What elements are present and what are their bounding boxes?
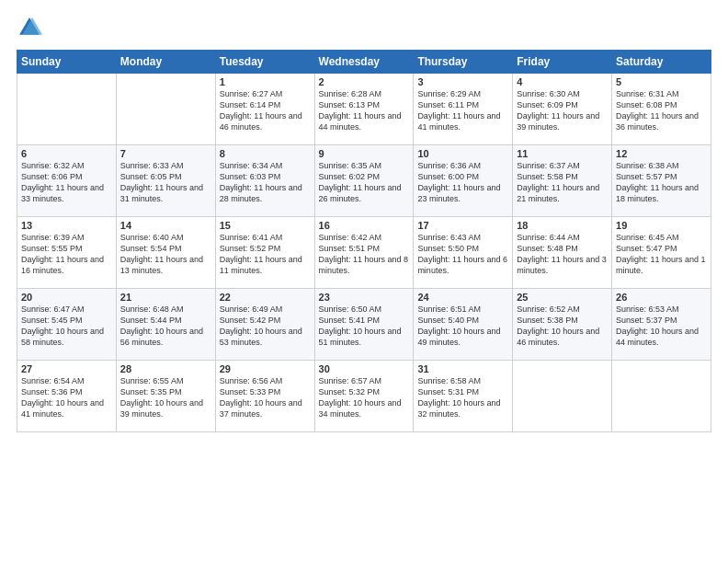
calendar-cell [513,361,612,432]
day-number: 14 [120,220,211,231]
sunrise-label: Sunrise: 6:43 AM [417,233,481,242]
sunset-label: Sunset: 5:57 PM [616,172,677,181]
daylight-label: Daylight: 10 hours and 46 minutes. [517,327,599,347]
calendar-cell: 20 Sunrise: 6:47 AM Sunset: 5:45 PM Dayl… [17,289,117,361]
calendar-table: SundayMondayTuesdayWednesdayThursdayFrid… [17,50,711,432]
day-number: 10 [417,148,508,159]
calendar-cell: 16 Sunrise: 6:42 AM Sunset: 5:51 PM Dayl… [314,217,414,289]
day-info: Sunrise: 6:36 AM Sunset: 6:00 PM Dayligh… [417,160,508,205]
calendar-cell [116,74,215,145]
sunset-label: Sunset: 5:44 PM [120,316,182,325]
day-info: Sunrise: 6:42 AM Sunset: 5:51 PM Dayligh… [319,232,410,277]
calendar-cell: 18 Sunrise: 6:44 AM Sunset: 5:48 PM Dayl… [513,217,612,289]
day-number: 11 [517,148,608,159]
sunrise-label: Sunrise: 6:39 AM [21,233,85,242]
sunset-label: Sunset: 6:11 PM [417,100,479,109]
sunset-label: Sunset: 5:45 PM [21,316,83,325]
weekday-header: Saturday [612,51,711,74]
sunset-label: Sunset: 6:00 PM [417,172,479,181]
daylight-label: Daylight: 11 hours and 1 minute. [616,255,706,275]
day-info: Sunrise: 6:49 AM Sunset: 5:42 PM Dayligh… [220,304,311,349]
daylight-label: Daylight: 10 hours and 51 minutes. [319,327,402,347]
day-info: Sunrise: 6:45 AM Sunset: 5:47 PM Dayligh… [616,232,707,277]
sunset-label: Sunset: 6:09 PM [517,100,578,109]
sunrise-label: Sunrise: 6:57 AM [319,376,382,385]
calendar-cell: 24 Sunrise: 6:51 AM Sunset: 5:40 PM Dayl… [414,289,513,361]
sunset-label: Sunset: 5:47 PM [616,244,677,253]
sunset-label: Sunset: 6:13 PM [319,100,381,109]
day-number: 25 [517,292,608,303]
calendar-cell: 3 Sunrise: 6:29 AM Sunset: 6:11 PM Dayli… [414,74,513,145]
day-info: Sunrise: 6:31 AM Sunset: 6:08 PM Dayligh… [616,88,707,133]
day-number: 3 [417,76,508,87]
daylight-label: Daylight: 11 hours and 6 minutes. [417,255,507,275]
calendar-cell: 28 Sunrise: 6:55 AM Sunset: 5:35 PM Dayl… [116,361,215,432]
day-number: 18 [517,220,608,231]
calendar-cell: 5 Sunrise: 6:31 AM Sunset: 6:08 PM Dayli… [612,74,711,145]
day-info: Sunrise: 6:38 AM Sunset: 5:57 PM Dayligh… [616,160,707,205]
calendar-cell: 26 Sunrise: 6:53 AM Sunset: 5:37 PM Dayl… [612,289,711,361]
sunset-label: Sunset: 5:50 PM [417,244,479,253]
day-number: 5 [616,76,707,87]
day-number: 1 [220,76,311,87]
sunset-label: Sunset: 5:58 PM [517,172,578,181]
sunset-label: Sunset: 5:51 PM [319,244,381,253]
sunrise-label: Sunrise: 6:32 AM [21,161,85,170]
day-number: 9 [319,148,410,159]
sunset-label: Sunset: 5:55 PM [21,244,83,253]
calendar-cell: 1 Sunrise: 6:27 AM Sunset: 6:14 PM Dayli… [215,74,314,145]
sunrise-label: Sunrise: 6:58 AM [417,376,481,385]
daylight-label: Daylight: 11 hours and 11 minutes. [220,255,302,275]
header [17,15,711,40]
sunrise-label: Sunrise: 6:41 AM [220,233,283,242]
day-number: 16 [319,220,410,231]
sunset-label: Sunset: 6:03 PM [220,172,281,181]
sunrise-label: Sunrise: 6:31 AM [616,89,679,98]
sunset-label: Sunset: 5:36 PM [21,387,83,396]
day-info: Sunrise: 6:43 AM Sunset: 5:50 PM Dayligh… [417,232,508,277]
day-number: 4 [517,76,608,87]
calendar-cell: 6 Sunrise: 6:32 AM Sunset: 6:06 PM Dayli… [17,145,117,217]
sunset-label: Sunset: 5:31 PM [417,387,479,396]
sunset-label: Sunset: 5:38 PM [517,316,578,325]
sunrise-label: Sunrise: 6:44 AM [517,233,580,242]
sunrise-label: Sunrise: 6:55 AM [120,376,184,385]
daylight-label: Daylight: 10 hours and 39 minutes. [120,398,203,419]
day-info: Sunrise: 6:57 AM Sunset: 5:32 PM Dayligh… [319,375,410,420]
day-number: 8 [220,148,311,159]
daylight-label: Daylight: 11 hours and 46 minutes. [220,111,302,132]
daylight-label: Daylight: 11 hours and 41 minutes. [417,111,500,132]
daylight-label: Daylight: 11 hours and 3 minutes. [517,255,607,275]
calendar-cell: 8 Sunrise: 6:34 AM Sunset: 6:03 PM Dayli… [215,145,314,217]
sunrise-label: Sunrise: 6:45 AM [616,233,679,242]
sunrise-label: Sunrise: 6:42 AM [319,233,382,242]
sunset-label: Sunset: 5:48 PM [517,244,578,253]
day-number: 27 [21,363,112,374]
daylight-label: Daylight: 10 hours and 44 minutes. [616,327,699,347]
daylight-label: Daylight: 10 hours and 37 minutes. [220,398,302,419]
sunrise-label: Sunrise: 6:51 AM [417,304,481,314]
day-info: Sunrise: 6:58 AM Sunset: 5:31 PM Dayligh… [417,375,508,420]
day-number: 7 [120,148,211,159]
sunset-label: Sunset: 6:08 PM [616,100,677,109]
day-info: Sunrise: 6:33 AM Sunset: 6:05 PM Dayligh… [120,160,211,205]
weekday-header: Wednesday [314,51,414,74]
calendar-cell: 29 Sunrise: 6:56 AM Sunset: 5:33 PM Dayl… [215,361,314,432]
weekday-header: Sunday [17,51,117,74]
daylight-label: Daylight: 11 hours and 16 minutes. [21,255,104,275]
calendar-week-row: 6 Sunrise: 6:32 AM Sunset: 6:06 PM Dayli… [17,145,711,217]
sunset-label: Sunset: 5:35 PM [120,387,182,396]
sunrise-label: Sunrise: 6:50 AM [319,304,382,314]
sunrise-label: Sunrise: 6:56 AM [220,376,283,385]
sunset-label: Sunset: 5:52 PM [220,244,281,253]
day-info: Sunrise: 6:51 AM Sunset: 5:40 PM Dayligh… [417,304,508,349]
daylight-label: Daylight: 11 hours and 28 minutes. [220,183,302,203]
sunset-label: Sunset: 5:54 PM [120,244,182,253]
sunset-label: Sunset: 5:42 PM [220,316,281,325]
calendar-week-row: 13 Sunrise: 6:39 AM Sunset: 5:55 PM Dayl… [17,217,711,289]
daylight-label: Daylight: 10 hours and 34 minutes. [319,398,402,419]
day-number: 12 [616,148,707,159]
sunrise-label: Sunrise: 6:38 AM [616,161,679,170]
sunrise-label: Sunrise: 6:37 AM [517,161,580,170]
calendar-cell: 13 Sunrise: 6:39 AM Sunset: 5:55 PM Dayl… [17,217,117,289]
